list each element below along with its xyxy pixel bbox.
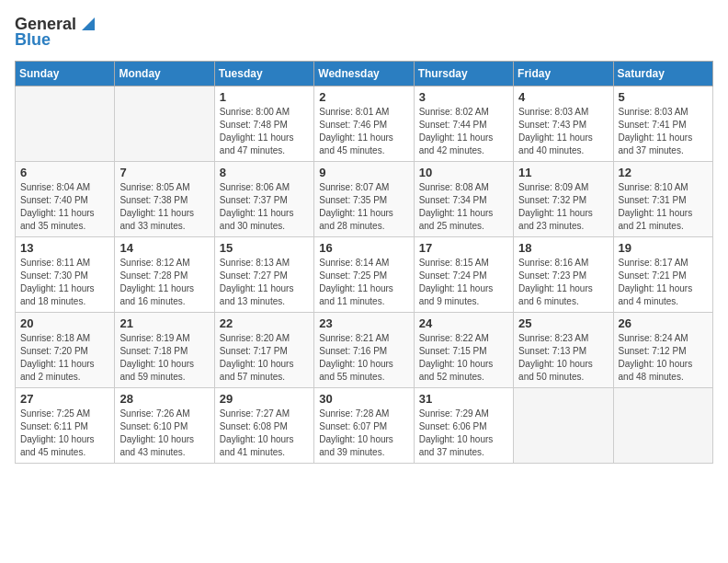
day-info: Sunrise: 8:20 AM Sunset: 7:17 PM Dayligh… [220,332,309,384]
calendar-cell [514,388,613,464]
day-info: Sunrise: 8:09 AM Sunset: 7:32 PM Dayligh… [518,181,608,233]
calendar-cell: 31Sunrise: 7:29 AM Sunset: 6:06 PM Dayli… [414,388,513,464]
calendar-cell: 4Sunrise: 8:03 AM Sunset: 7:43 PM Daylig… [514,86,613,162]
calendar-week-3: 20Sunrise: 8:18 AM Sunset: 7:20 PM Dayli… [16,313,713,388]
day-number: 24 [419,316,508,330]
day-number: 28 [119,392,209,406]
day-number: 29 [220,392,309,406]
calendar-cell: 21Sunrise: 8:19 AM Sunset: 7:18 PM Dayli… [115,313,214,388]
day-number: 2 [319,90,408,104]
calendar-cell: 24Sunrise: 8:22 AM Sunset: 7:15 PM Dayli… [414,313,513,388]
day-info: Sunrise: 7:28 AM Sunset: 6:07 PM Dayligh… [319,408,408,459]
weekday-header-row: SundayMondayTuesdayWednesdayThursdayFrid… [16,62,713,86]
day-number: 13 [20,241,109,255]
day-info: Sunrise: 8:18 AM Sunset: 7:20 PM Dayligh… [20,332,109,384]
day-number: 30 [319,392,408,406]
day-info: Sunrise: 8:04 AM Sunset: 7:40 PM Dayligh… [20,181,109,233]
calendar-cell: 18Sunrise: 8:16 AM Sunset: 7:23 PM Dayli… [514,237,613,313]
calendar-cell: 19Sunrise: 8:17 AM Sunset: 7:21 PM Dayli… [613,237,712,313]
weekday-header-saturday: Saturday [613,62,712,86]
day-info: Sunrise: 7:26 AM Sunset: 6:10 PM Dayligh… [119,408,209,459]
day-info: Sunrise: 8:07 AM Sunset: 7:35 PM Dayligh… [319,181,408,233]
day-info: Sunrise: 8:10 AM Sunset: 7:31 PM Dayligh… [619,181,708,233]
day-number: 9 [319,166,408,179]
calendar-cell: 27Sunrise: 7:25 AM Sunset: 6:11 PM Dayli… [16,388,115,464]
calendar-cell: 10Sunrise: 8:08 AM Sunset: 7:34 PM Dayli… [414,162,513,237]
logo: General Blue [15,15,98,50]
day-number: 21 [119,316,209,330]
calendar-header: SundayMondayTuesdayWednesdayThursdayFrid… [16,62,713,86]
day-info: Sunrise: 8:16 AM Sunset: 7:23 PM Dayligh… [518,257,608,308]
day-info: Sunrise: 8:00 AM Sunset: 7:48 PM Dayligh… [220,106,309,157]
day-number: 25 [518,316,608,330]
calendar-cell: 29Sunrise: 7:27 AM Sunset: 6:08 PM Dayli… [214,388,313,464]
day-number: 11 [518,166,608,179]
calendar-cell [613,388,712,464]
day-number: 16 [319,241,408,255]
day-info: Sunrise: 8:13 AM Sunset: 7:27 PM Dayligh… [220,257,309,308]
weekday-header-sunday: Sunday [16,62,115,86]
day-info: Sunrise: 7:25 AM Sunset: 6:11 PM Dayligh… [20,408,109,459]
day-number: 12 [619,166,708,179]
weekday-header-monday: Monday [115,62,214,86]
day-number: 15 [220,241,309,255]
calendar-cell: 6Sunrise: 8:04 AM Sunset: 7:40 PM Daylig… [16,162,115,237]
day-number: 22 [220,316,309,330]
calendar-cell [115,86,214,162]
day-number: 31 [419,392,508,406]
day-number: 26 [619,316,708,330]
day-info: Sunrise: 8:15 AM Sunset: 7:24 PM Dayligh… [419,257,508,308]
calendar-cell: 23Sunrise: 8:21 AM Sunset: 7:16 PM Dayli… [314,313,414,388]
day-info: Sunrise: 8:03 AM Sunset: 7:43 PM Dayligh… [518,106,608,157]
calendar-table: SundayMondayTuesdayWednesdayThursdayFrid… [15,61,713,464]
calendar-cell: 9Sunrise: 8:07 AM Sunset: 7:35 PM Daylig… [314,162,414,237]
calendar-cell: 1Sunrise: 8:00 AM Sunset: 7:48 PM Daylig… [214,86,313,162]
day-info: Sunrise: 8:24 AM Sunset: 7:12 PM Dayligh… [619,332,708,384]
day-info: Sunrise: 8:17 AM Sunset: 7:21 PM Dayligh… [619,257,708,308]
calendar-cell: 5Sunrise: 8:03 AM Sunset: 7:41 PM Daylig… [613,86,712,162]
day-number: 8 [220,166,309,179]
day-number: 1 [220,90,309,104]
day-number: 4 [518,90,608,104]
header: General Blue [15,15,713,50]
logo-blue-text: Blue [15,30,51,50]
calendar-week-4: 27Sunrise: 7:25 AM Sunset: 6:11 PM Dayli… [16,388,713,464]
calendar-cell: 14Sunrise: 8:12 AM Sunset: 7:28 PM Dayli… [115,237,214,313]
day-number: 3 [419,90,508,104]
calendar-cell: 17Sunrise: 8:15 AM Sunset: 7:24 PM Dayli… [414,237,513,313]
weekday-header-tuesday: Tuesday [214,62,313,86]
weekday-header-friday: Friday [514,62,613,86]
day-info: Sunrise: 8:05 AM Sunset: 7:38 PM Dayligh… [119,181,209,233]
calendar-cell: 28Sunrise: 7:26 AM Sunset: 6:10 PM Dayli… [115,388,214,464]
calendar-cell: 15Sunrise: 8:13 AM Sunset: 7:27 PM Dayli… [214,237,313,313]
calendar-cell: 8Sunrise: 8:06 AM Sunset: 7:37 PM Daylig… [214,162,313,237]
day-number: 18 [518,241,608,255]
calendar-week-0: 1Sunrise: 8:00 AM Sunset: 7:48 PM Daylig… [16,86,713,162]
weekday-header-thursday: Thursday [414,62,513,86]
calendar-cell: 16Sunrise: 8:14 AM Sunset: 7:25 PM Dayli… [314,237,414,313]
day-number: 6 [20,166,109,179]
calendar-week-1: 6Sunrise: 8:04 AM Sunset: 7:40 PM Daylig… [16,162,713,237]
day-number: 10 [419,166,508,179]
calendar-cell: 3Sunrise: 8:02 AM Sunset: 7:44 PM Daylig… [414,86,513,162]
logo-arrow-icon [78,14,98,34]
day-number: 27 [20,392,109,406]
day-number: 7 [119,166,209,179]
calendar-cell: 26Sunrise: 8:24 AM Sunset: 7:12 PM Dayli… [613,313,712,388]
day-number: 14 [119,241,209,255]
day-info: Sunrise: 7:29 AM Sunset: 6:06 PM Dayligh… [419,408,508,459]
calendar-cell: 7Sunrise: 8:05 AM Sunset: 7:38 PM Daylig… [115,162,214,237]
calendar-body: 1Sunrise: 8:00 AM Sunset: 7:48 PM Daylig… [16,86,713,464]
calendar-cell: 12Sunrise: 8:10 AM Sunset: 7:31 PM Dayli… [613,162,712,237]
day-info: Sunrise: 8:11 AM Sunset: 7:30 PM Dayligh… [20,257,109,308]
day-info: Sunrise: 8:03 AM Sunset: 7:41 PM Dayligh… [619,106,708,157]
calendar-cell: 13Sunrise: 8:11 AM Sunset: 7:30 PM Dayli… [16,237,115,313]
day-number: 5 [619,90,708,104]
day-number: 23 [319,316,408,330]
calendar-cell [16,86,115,162]
day-info: Sunrise: 8:02 AM Sunset: 7:44 PM Dayligh… [419,106,508,157]
day-number: 19 [619,241,708,255]
calendar-cell: 25Sunrise: 8:23 AM Sunset: 7:13 PM Dayli… [514,313,613,388]
calendar-cell: 30Sunrise: 7:28 AM Sunset: 6:07 PM Dayli… [314,388,414,464]
day-info: Sunrise: 8:22 AM Sunset: 7:15 PM Dayligh… [419,332,508,384]
